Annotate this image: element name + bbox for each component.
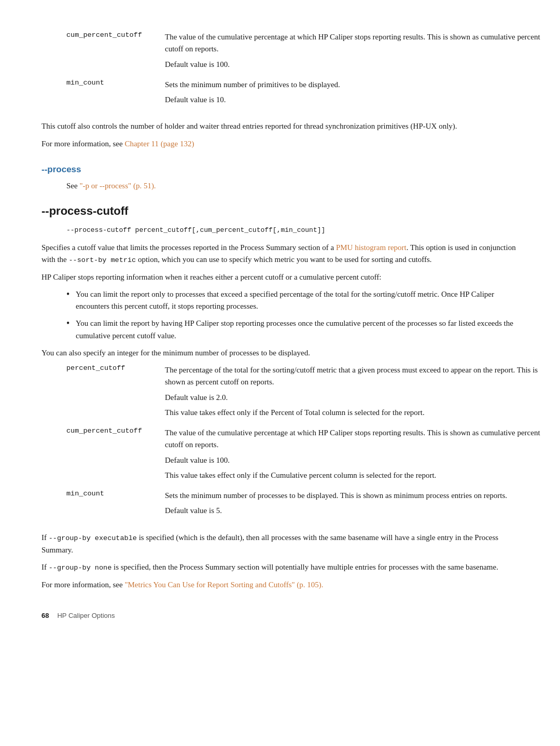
param-desc-cum2-p2: Default value is 100.	[165, 454, 543, 466]
process-cutoff-section-heading: --process-cutoff	[41, 204, 519, 218]
param-desc-percent-p3: This value takes effect only if the Perc…	[165, 407, 543, 419]
param-name-cum2-text: cum_percent_cutoff	[66, 427, 142, 435]
param-desc-percent: The percentage of the total for the sort…	[165, 364, 543, 427]
param-desc-percent-p1: The percentage of the total for the sort…	[165, 364, 543, 389]
param-row-cum2: cum_percent_cutoff The value of the cumu…	[66, 427, 543, 490]
param-name-cum2: cum_percent_cutoff	[66, 427, 165, 490]
param-desc-cum2-p3: This value takes effect only if the Cumu…	[165, 469, 543, 481]
param-desc-min2: Sets the minimum number of processes to …	[165, 490, 543, 526]
bullet-text-2: You can limit the report by having HP Ca…	[76, 317, 519, 342]
process-section-heading: --process	[41, 164, 519, 175]
process-cutoff-body3: You can also specify an integer for the …	[41, 347, 519, 359]
process-cutoff-param-table: percent_cutoff The percentage of the tot…	[66, 364, 543, 526]
top-body-1: This cutoff also controls the number of …	[41, 120, 519, 132]
process-cutoff-body1: Specifies a cutoff value that limits the…	[41, 242, 519, 266]
body6: For more information, see "Metrics You C…	[41, 579, 519, 591]
body4-prefix: If	[41, 533, 49, 542]
top-param-table: cum_percent_cutoff The value of the cumu…	[66, 31, 543, 114]
group-by-none-mono: --group-by none	[49, 564, 112, 572]
param-desc-cum2: The value of the cumulative percentage a…	[165, 427, 543, 490]
process-body-text: See	[66, 182, 79, 190]
process-body: See "-p or --process" (p. 51).	[66, 180, 519, 192]
footer: 68 HP Caliper Options	[41, 612, 519, 619]
param-desc-cum2-p1: The value of the cumulative percentage a…	[165, 427, 543, 451]
param-name-cum-top-text: cum_percent_cutoff	[66, 31, 142, 39]
param-row-min2: min_count Sets the minimum number of pro…	[66, 490, 543, 526]
param-name-min2-text: min_count	[66, 490, 104, 498]
top-body-2-text: For more information, see	[41, 140, 124, 148]
bullet-item-2: • You can limit the report by having HP …	[66, 317, 519, 342]
page: cum_percent_cutoff The value of the cumu…	[0, 0, 560, 746]
body5-suffix: is specified, then the Process Summary s…	[111, 563, 498, 571]
body6-text: For more information, see	[41, 581, 124, 589]
bullet-list: • You can limit the report only to proce…	[66, 288, 519, 342]
bullet-item-1: • You can limit the report only to proce…	[66, 288, 519, 313]
param-row-min-top: min_count Sets the minimum number of pri…	[66, 79, 543, 115]
sort-by-mono: --sort-by metric	[69, 256, 136, 264]
bullet-dot-1: •	[66, 288, 76, 300]
param-row-cum: cum_percent_cutoff The value of the cumu…	[66, 31, 543, 79]
chapter-11-link[interactable]: Chapter 11 (page 132)	[124, 140, 194, 148]
param-row-percent: percent_cutoff The percentage of the tot…	[66, 364, 543, 427]
process-cutoff-body2: HP Caliper stops reporting information w…	[41, 271, 519, 283]
param-name-min2: min_count	[66, 490, 165, 526]
metrics-link[interactable]: "Metrics You Can Use for Report Sorting …	[124, 581, 323, 589]
param-name-percent: percent_cutoff	[66, 364, 165, 427]
process-link[interactable]: "-p or --process" (p. 51).	[79, 182, 156, 190]
param-desc-min2-p2: Default value is 5.	[165, 505, 543, 517]
param-desc-min-top-p1: Sets the minimum number of primitives to…	[165, 79, 543, 91]
param-desc-min2-p1: Sets the minimum number of processes to …	[165, 490, 543, 502]
top-body-2: For more information, see Chapter 11 (pa…	[41, 138, 519, 150]
group-by-exec-mono: --group-by executable	[49, 534, 137, 542]
body4: If --group-by executable is specified (w…	[41, 532, 519, 556]
bullet-text-1: You can limit the report only to process…	[76, 288, 519, 313]
param-name-min-top-text: min_count	[66, 79, 104, 87]
process-cutoff-body1c: option, which you can use to specify whi…	[136, 255, 431, 264]
param-desc-cum-top-p2: Default value is 100.	[165, 59, 543, 71]
param-desc-min-top: Sets the minimum number of primitives to…	[165, 79, 543, 115]
body5-prefix: If	[41, 563, 49, 571]
bullet-dot-2: •	[66, 317, 76, 329]
footer-page-number: 68	[41, 612, 49, 619]
process-cutoff-signature: --process-cutoff percent_cutoff[,cum_per…	[66, 225, 519, 236]
param-desc-min-top-p2: Default value is 10.	[165, 94, 543, 106]
body5: If --group-by none is specified, then th…	[41, 561, 519, 574]
footer-text: HP Caliper Options	[57, 612, 115, 619]
process-cutoff-body1-text: Specifies a cutoff value that limits the…	[41, 243, 336, 252]
param-name-cum-top: cum_percent_cutoff	[66, 31, 165, 79]
param-desc-percent-p2: Default value is 2.0.	[165, 392, 543, 404]
param-desc-cum-top-p1: The value of the cumulative percentage a…	[165, 31, 543, 56]
param-name-min-top: min_count	[66, 79, 165, 115]
param-desc-cum-top: The value of the cumulative percentage a…	[165, 31, 543, 79]
param-name-percent-text: percent_cutoff	[66, 364, 125, 372]
pmu-link[interactable]: PMU histogram report	[336, 243, 407, 252]
